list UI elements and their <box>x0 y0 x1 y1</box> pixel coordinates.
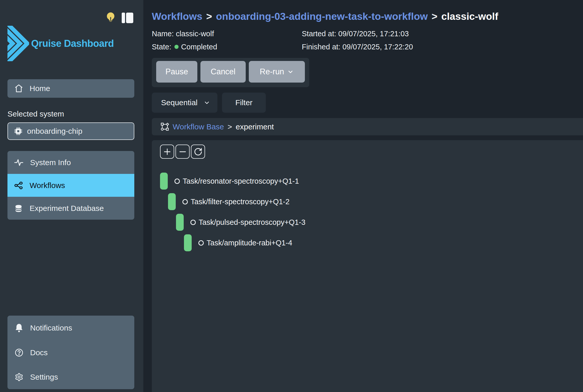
layout-mode-select[interactable]: Sequential <box>152 93 217 113</box>
state-value: Completed <box>181 42 217 52</box>
canvas-zoom-controls <box>160 145 205 159</box>
sidebar-item-label: Home <box>30 84 50 93</box>
bell-icon <box>15 323 23 333</box>
breadcrumb-separator: > <box>206 10 212 23</box>
plus-icon <box>163 148 171 156</box>
breadcrumb: Workflows > onboarding-03-adding-new-tas… <box>152 0 583 23</box>
layout-mode-value: Sequential <box>161 98 198 107</box>
view-toolbar: Sequential Filter <box>152 93 583 113</box>
task-state-circle-icon <box>174 179 180 184</box>
database-icon <box>14 204 23 213</box>
flow-breadcrumb-base-link[interactable]: Workflow Base <box>173 122 224 131</box>
share-network-icon <box>14 181 23 190</box>
help-circle-icon <box>15 348 23 357</box>
task-status-pill <box>184 234 192 251</box>
task-status-pill <box>160 173 168 190</box>
gear-icon <box>15 373 23 381</box>
sidebar-collapse-button[interactable] <box>122 13 133 23</box>
chevron-down-icon <box>287 68 294 75</box>
sidebar-item-label: Experiment Database <box>30 204 104 213</box>
sidebar-item-workflows[interactable]: Workflows <box>7 174 134 197</box>
app-logo: Qruise Dashboard <box>7 26 134 61</box>
task-node[interactable]: Task/amplitude-rabi+Q1-4 <box>184 234 305 251</box>
sidebar-item-notifications[interactable]: Notifications <box>15 323 134 333</box>
sidebar-item-docs[interactable]: Docs <box>15 348 134 357</box>
name-label: Name: <box>152 30 176 38</box>
task-label: Task/resonator-spectroscopy+Q1-1 <box>183 177 299 185</box>
theme-toggle-button[interactable] <box>105 12 116 24</box>
run-details: Name: classic-wolf Started at: 09/07/202… <box>152 29 583 52</box>
chip-icon <box>14 127 22 135</box>
flow-breadcrumb-separator: > <box>228 122 232 131</box>
finished-value: 09/07/2025, 17:22:20 <box>342 43 413 51</box>
app-title: Qruise Dashboard <box>31 38 114 49</box>
rerun-button[interactable]: Re-run <box>249 61 305 83</box>
sidebar-nav-group: System Info Workflows <box>7 151 134 220</box>
pause-button[interactable]: Pause <box>156 61 197 83</box>
breadcrumb-run-name: classic-wolf <box>441 10 498 23</box>
zoom-in-button[interactable] <box>160 145 174 159</box>
chevron-down-icon <box>204 99 210 106</box>
task-state-circle-icon <box>182 199 188 204</box>
run-state-row: State: Completed <box>152 42 302 52</box>
started-label: Started at: <box>302 30 338 38</box>
cancel-button[interactable]: Cancel <box>200 61 246 83</box>
logo-mark-icon <box>7 26 29 61</box>
task-label: Task/amplitude-rabi+Q1-4 <box>207 239 292 247</box>
selected-system-label: Selected system <box>7 110 134 118</box>
sidebar-item-experiment-database[interactable]: Experiment Database <box>7 197 134 220</box>
sidebar-item-label: System Info <box>30 158 71 167</box>
name-value: classic-wolf <box>176 30 214 38</box>
flow-breadcrumb-current: experiment <box>236 122 274 131</box>
task-node[interactable]: Task/filter-spectroscopy+Q1-2 <box>168 193 305 210</box>
sidebar-item-home[interactable]: Home <box>7 79 134 98</box>
app-window: Qruise Dashboard Home Selected system <box>0 0 583 392</box>
run-finished-row: Finished at: 09/07/2025, 17:22:20 <box>302 42 583 52</box>
task-label: Task/filter-spectroscopy+Q1-2 <box>191 198 289 206</box>
workflow-icon <box>161 122 169 131</box>
started-value: 09/07/2025, 17:21:03 <box>338 30 409 38</box>
sidebar-item-system-info[interactable]: System Info <box>7 151 134 174</box>
panel-left-icon <box>122 13 133 23</box>
sidebar-item-label: Workflows <box>30 181 65 190</box>
activity-icon <box>14 158 23 167</box>
state-dot-icon <box>174 45 179 49</box>
breadcrumb-workflows-link[interactable]: Workflows <box>152 10 202 23</box>
finished-label: Finished at: <box>302 43 342 51</box>
task-state-circle-icon <box>190 220 196 225</box>
breadcrumb-separator: > <box>432 10 438 23</box>
home-icon <box>14 84 23 93</box>
sidebar-item-label: Docs <box>30 348 48 357</box>
sidebar: Qruise Dashboard Home Selected system <box>0 0 143 392</box>
run-actions-panel: Pause Cancel Re-run <box>152 58 309 87</box>
run-name-row: Name: classic-wolf <box>152 29 302 39</box>
main-content: Workflows > onboarding-03-adding-new-tas… <box>143 0 583 392</box>
reset-view-button[interactable] <box>191 145 205 159</box>
sidebar-footer-group: Notifications Docs <box>7 316 134 389</box>
sidebar-item-settings[interactable]: Settings <box>15 373 134 381</box>
task-list: Task/resonator-spectroscopy+Q1-1 Task/fi… <box>160 173 305 255</box>
run-started-row: Started at: 09/07/2025, 17:21:03 <box>302 29 583 39</box>
minus-icon <box>179 148 187 156</box>
zoom-out-button[interactable] <box>175 145 190 159</box>
sidebar-top-icons <box>105 12 133 24</box>
selected-system-button[interactable]: onboarding-chip <box>7 122 134 140</box>
selected-system-name: onboarding-chip <box>27 127 82 136</box>
task-status-pill <box>176 214 184 231</box>
task-node[interactable]: Task/resonator-spectroscopy+Q1-1 <box>160 173 305 190</box>
rotate-cw-icon <box>194 147 202 156</box>
sidebar-item-label: Notifications <box>30 324 72 332</box>
task-state-circle-icon <box>198 240 204 246</box>
sidebar-item-label: Settings <box>30 373 58 381</box>
flow-breadcrumb: Workflow Base > experiment <box>152 118 583 135</box>
rerun-label: Re-run <box>260 67 284 76</box>
filter-button[interactable]: Filter <box>222 93 266 113</box>
task-node[interactable]: Task/pulsed-spectroscopy+Q1-3 <box>176 214 305 231</box>
state-label: State: <box>152 42 171 52</box>
lightbulb-icon <box>105 12 116 24</box>
task-status-pill <box>168 193 176 210</box>
breadcrumb-group-link[interactable]: onboarding-03-adding-new-task-to-workflo… <box>216 10 428 23</box>
task-label: Task/pulsed-spectroscopy+Q1-3 <box>199 218 305 227</box>
workflow-canvas[interactable]: Task/resonator-spectroscopy+Q1-1 Task/fi… <box>152 140 583 392</box>
